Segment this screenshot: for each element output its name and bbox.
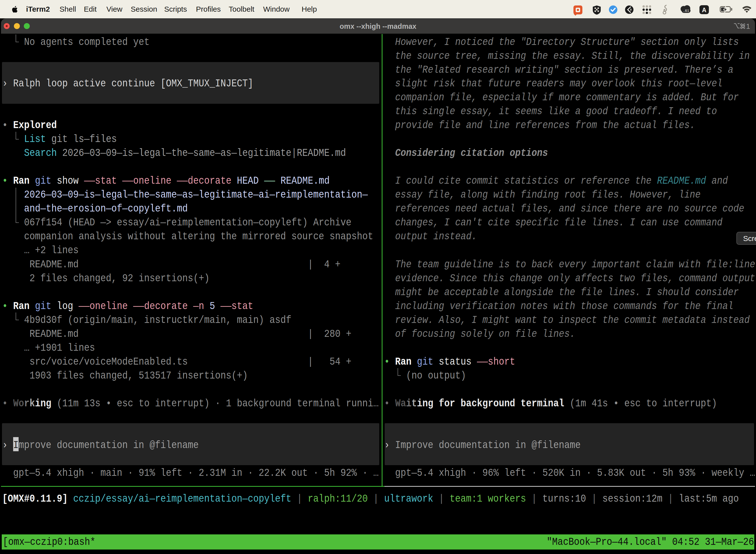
svg-text:..61: ..61 [683, 8, 689, 13]
